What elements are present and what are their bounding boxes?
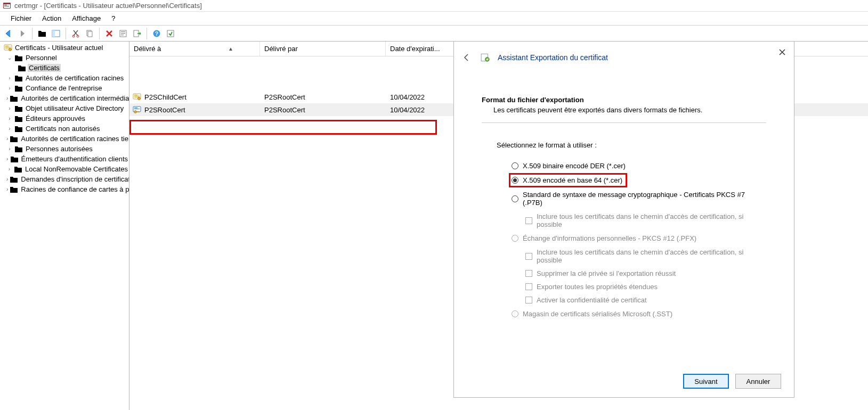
wizard-footer: Suivant Annuler (683, 374, 781, 389)
column-header-issued-by[interactable]: Délivré par (260, 42, 386, 56)
radio-label: Magasin de certificats sérialisés Micros… (523, 310, 672, 318)
folder-icon (14, 165, 22, 174)
tree-node[interactable]: ›Confiance de l'entreprise (0, 83, 129, 93)
folder-icon (14, 125, 23, 133)
close-button[interactable] (776, 46, 789, 59)
highlight-box-radio: X.509 encodé en base 64 (*.cer) (509, 173, 627, 187)
folder-icon (14, 54, 23, 62)
delete-button[interactable] (103, 27, 116, 40)
tree-node[interactable]: ›Demandes d'inscription de certificat (0, 174, 129, 184)
tree-node[interactable]: ›Certificats non autorisés (0, 124, 129, 134)
chevron-right-icon: › (6, 105, 13, 111)
menu-file[interactable]: Fichier (5, 13, 37, 23)
tree-root[interactable]: Certificats - Utilisateur actuel (0, 43, 129, 53)
svg-rect-17 (52, 30, 55, 37)
folder-icon (14, 74, 23, 83)
tree-node[interactable]: ›Autorités de certification intermédiair… (0, 93, 129, 103)
wizard-title: Assistant Exportation du certificat (498, 53, 608, 62)
tree-node-label: Émetteurs d'authentification clients (20, 155, 129, 163)
tree-node[interactable]: ›Racines de confiance de cartes à puce (0, 184, 129, 194)
tree-node-label: Personnes autorisées (25, 145, 94, 153)
tree-node-label: Autorités de certification intermédiaire… (20, 94, 129, 102)
svg-rect-23 (121, 31, 125, 32)
menu-bar: Fichier Action Affichage ? (0, 12, 868, 26)
show-tree-button[interactable] (50, 27, 62, 40)
chevron-right-icon: › (6, 146, 13, 152)
copy-button[interactable] (83, 27, 96, 40)
menu-action[interactable]: Action (37, 13, 67, 23)
radio-label: X.509 encodé en base 64 (*.cer) (523, 176, 622, 184)
checkbox-icon (525, 270, 532, 277)
radio-icon (512, 177, 518, 184)
tree-node[interactable]: ›Personnes autorisées (0, 144, 129, 154)
menu-help[interactable]: ? (106, 13, 120, 23)
svg-rect-24 (121, 33, 125, 34)
wizard-body: Format du fichier d'exportation Les cert… (454, 96, 794, 321)
svg-text:?: ? (155, 31, 158, 37)
certmgr-app-icon (3, 2, 11, 10)
properties-button[interactable] (117, 27, 129, 40)
tree-node-label: Personnel (25, 54, 58, 62)
format-options: X.509 binaire encodé DER (*.cer) X.509 e… (497, 159, 766, 321)
column-header-issued-to[interactable]: Délivré à ▲ (129, 42, 260, 56)
export-button[interactable] (131, 27, 143, 40)
tree-node[interactable]: ›Autorités de certification racines (0, 73, 129, 83)
tree-node-label: Autorités de certification racines (25, 74, 125, 82)
radio-p7b[interactable]: Standard de syntaxe de message cryptogra… (510, 187, 766, 210)
sort-asc-icon: ▲ (228, 46, 234, 52)
folder-icon (14, 104, 23, 113)
cancel-button[interactable]: Annuler (735, 374, 781, 389)
tree-node[interactable]: ›Éditeurs approuvés (0, 113, 129, 124)
next-button[interactable]: Suivant (683, 374, 729, 389)
tree-node-label: Racines de confiance de cartes à puce (20, 185, 129, 193)
menu-view[interactable]: Affichage (67, 13, 106, 23)
folder-icon (10, 135, 18, 143)
forward-button[interactable] (16, 27, 29, 40)
tree-node[interactable]: ›Objet utilisateur Active Directory (0, 103, 129, 113)
checkbox-pfx-privacy: Activer la confidentialité de certificat (510, 293, 766, 307)
tree-node[interactable]: ›Local NonRemovable Certificates (0, 164, 129, 174)
folder-icon (14, 114, 23, 123)
chevron-down-icon: ⌄ (6, 55, 13, 61)
tree-node-label: Local NonRemovable Certificates (24, 165, 129, 173)
cell-issuer: P2SRootCert (264, 106, 305, 114)
checkbox-p7b-chain: Inclure tous les certificats dans le che… (510, 210, 766, 231)
checkbox-label: Inclure tous les certificats dans le che… (537, 248, 765, 264)
radio-sst: Magasin de certificats sérialisés Micros… (510, 307, 766, 321)
highlight-box-row (129, 120, 437, 135)
up-folder-button[interactable] (36, 27, 48, 40)
chevron-right-icon: › (6, 75, 13, 81)
radio-icon (512, 235, 518, 242)
cut-button[interactable] (69, 27, 82, 40)
help-button[interactable]: ? (150, 27, 163, 40)
refresh-button[interactable] (164, 27, 177, 40)
wizard-section-subtitle: Les certificats peuvent être exportés da… (482, 106, 766, 114)
tree-node[interactable]: ›Émetteurs d'authentification clients (0, 154, 129, 164)
back-button[interactable] (2, 27, 15, 40)
export-wizard-dialog: Assistant Exportation du certificat Form… (453, 41, 794, 398)
tree-node[interactable]: ›Autorités de certification racines tier… (0, 134, 129, 144)
chevron-right-icon: › (6, 136, 8, 142)
checkbox-label: Exporter toutes les propriétés étendues (537, 283, 658, 291)
toolbar: ? (0, 26, 868, 42)
folder-icon (18, 64, 26, 72)
wizard-back-button[interactable] (460, 51, 473, 64)
tree-node-certificats[interactable]: Certificats (0, 63, 129, 73)
folder-icon (10, 94, 18, 103)
chevron-right-icon: › (6, 176, 8, 182)
radio-pfx: Échange d'informations personnelles - PK… (510, 231, 766, 245)
svg-rect-25 (121, 35, 124, 35)
cell-name: P2SRootCert (144, 106, 185, 114)
wizard-section-title: Format du fichier d'exportation (482, 96, 766, 104)
window-title: certmgr - [Certificats - Utilisateur act… (14, 2, 202, 10)
wizard-prompt: Sélectionnez le format à utiliser : (497, 141, 766, 149)
cert-icon (133, 93, 141, 101)
tree-node-label: Autorités de certification racines tierc… (20, 135, 129, 143)
checkbox-label: Activer la confidentialité de certificat (537, 296, 647, 304)
chevron-right-icon: › (6, 156, 9, 162)
folder-icon (14, 84, 23, 93)
chevron-right-icon: › (6, 126, 13, 132)
tree-node-personnel[interactable]: ⌄ Personnel (0, 53, 129, 63)
radio-der[interactable]: X.509 binaire encodé DER (*.cer) (510, 159, 766, 173)
chevron-right-icon: › (6, 166, 12, 172)
